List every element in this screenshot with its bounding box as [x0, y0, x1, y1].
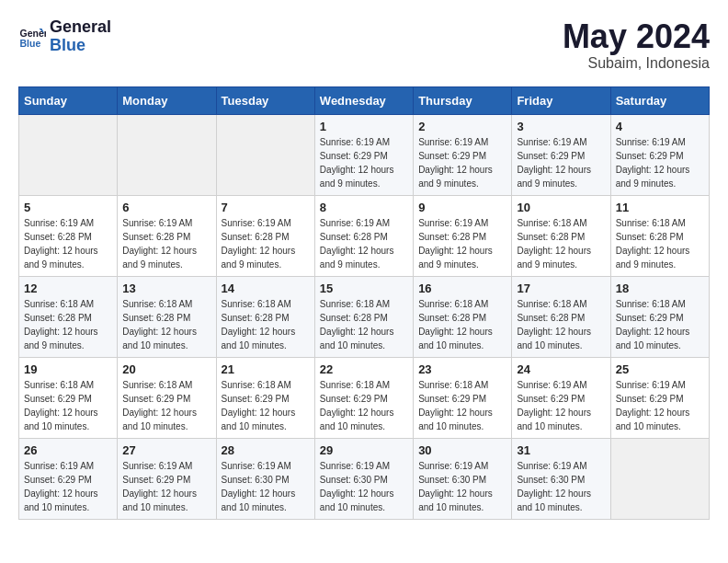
svg-text:Blue: Blue: [20, 37, 41, 48]
day-number: 23: [418, 362, 506, 376]
cell-info: Sunrise: 6:18 AMSunset: 6:28 PMDaylight:…: [320, 297, 408, 352]
day-number: 14: [222, 282, 310, 295]
calendar-day-header: Friday: [512, 86, 610, 114]
day-number: 9: [418, 201, 506, 214]
cell-info: Sunrise: 6:19 AMSunset: 6:29 PMDaylight:…: [616, 378, 704, 433]
day-number: 5: [24, 201, 112, 214]
calendar-cell: 12Sunrise: 6:18 AMSunset: 6:28 PMDayligh…: [19, 276, 118, 357]
cell-info: Sunrise: 6:18 AMSunset: 6:29 PMDaylight:…: [616, 297, 704, 352]
day-number: 19: [24, 362, 112, 376]
cell-info: Sunrise: 6:19 AMSunset: 6:30 PMDaylight:…: [418, 459, 506, 514]
calendar-cell: 1Sunrise: 6:19 AMSunset: 6:29 PMDaylight…: [314, 114, 413, 195]
calendar-header-row: SundayMondayTuesdayWednesdayThursdayFrid…: [19, 86, 710, 114]
cell-info: Sunrise: 6:19 AMSunset: 6:29 PMDaylight:…: [320, 135, 408, 190]
day-number: 10: [517, 201, 605, 214]
calendar-week-row: 1Sunrise: 6:19 AMSunset: 6:29 PMDaylight…: [19, 114, 710, 195]
calendar-cell: 21Sunrise: 6:18 AMSunset: 6:29 PMDayligh…: [216, 357, 314, 438]
cell-info: Sunrise: 6:18 AMSunset: 6:29 PMDaylight:…: [222, 378, 310, 433]
calendar-cell: 23Sunrise: 6:18 AMSunset: 6:29 PMDayligh…: [414, 357, 512, 438]
day-number: 31: [517, 443, 605, 457]
calendar-cell: 28Sunrise: 6:19 AMSunset: 6:30 PMDayligh…: [216, 438, 314, 519]
calendar-cell: 9Sunrise: 6:19 AMSunset: 6:28 PMDaylight…: [414, 195, 512, 276]
cell-info: Sunrise: 6:18 AMSunset: 6:28 PMDaylight:…: [517, 297, 605, 352]
day-number: 25: [616, 362, 704, 376]
calendar-cell: 7Sunrise: 6:19 AMSunset: 6:28 PMDaylight…: [216, 195, 314, 276]
calendar-cell: 22Sunrise: 6:18 AMSunset: 6:29 PMDayligh…: [314, 357, 413, 438]
day-number: 13: [122, 282, 210, 295]
cell-info: Sunrise: 6:18 AMSunset: 6:28 PMDaylight:…: [222, 297, 310, 352]
cell-info: Sunrise: 6:19 AMSunset: 6:30 PMDaylight:…: [222, 459, 310, 514]
cell-info: Sunrise: 6:19 AMSunset: 6:28 PMDaylight:…: [320, 216, 408, 271]
cell-info: Sunrise: 6:19 AMSunset: 6:29 PMDaylight:…: [517, 135, 605, 190]
day-number: 26: [24, 443, 112, 457]
day-number: 1: [320, 120, 408, 133]
cell-info: Sunrise: 6:19 AMSunset: 6:30 PMDaylight:…: [517, 459, 605, 514]
calendar-cell: 17Sunrise: 6:18 AMSunset: 6:28 PMDayligh…: [512, 276, 610, 357]
day-number: 4: [616, 120, 704, 133]
calendar-cell: 10Sunrise: 6:18 AMSunset: 6:28 PMDayligh…: [512, 195, 610, 276]
calendar-cell: 6Sunrise: 6:19 AMSunset: 6:28 PMDaylight…: [118, 195, 216, 276]
cell-info: Sunrise: 6:18 AMSunset: 6:29 PMDaylight:…: [122, 378, 210, 433]
calendar-day-header: Wednesday: [314, 86, 413, 114]
calendar-day-header: Thursday: [414, 86, 512, 114]
calendar-day-header: Sunday: [19, 86, 118, 114]
calendar-week-row: 12Sunrise: 6:18 AMSunset: 6:28 PMDayligh…: [19, 276, 710, 357]
calendar-cell: 20Sunrise: 6:18 AMSunset: 6:29 PMDayligh…: [118, 357, 216, 438]
calendar-cell: [216, 114, 314, 195]
cell-info: Sunrise: 6:18 AMSunset: 6:28 PMDaylight:…: [517, 216, 605, 271]
calendar-cell: 19Sunrise: 6:18 AMSunset: 6:29 PMDayligh…: [19, 357, 118, 438]
calendar-cell: 5Sunrise: 6:19 AMSunset: 6:28 PMDaylight…: [19, 195, 118, 276]
calendar-cell: 29Sunrise: 6:19 AMSunset: 6:30 PMDayligh…: [314, 438, 413, 519]
logo-icon: General Blue: [18, 23, 46, 51]
cell-info: Sunrise: 6:19 AMSunset: 6:28 PMDaylight:…: [418, 216, 506, 271]
day-number: 8: [320, 201, 408, 214]
calendar-cell: 14Sunrise: 6:18 AMSunset: 6:28 PMDayligh…: [216, 276, 314, 357]
month-title: May 2024: [563, 18, 710, 55]
calendar-cell: [118, 114, 216, 195]
day-number: 3: [517, 120, 605, 133]
calendar-cell: 15Sunrise: 6:18 AMSunset: 6:28 PMDayligh…: [314, 276, 413, 357]
calendar-day-header: Saturday: [610, 86, 709, 114]
cell-info: Sunrise: 6:19 AMSunset: 6:28 PMDaylight:…: [122, 216, 210, 271]
cell-info: Sunrise: 6:18 AMSunset: 6:28 PMDaylight:…: [24, 297, 112, 352]
calendar-cell: 8Sunrise: 6:19 AMSunset: 6:28 PMDaylight…: [314, 195, 413, 276]
day-number: 20: [122, 362, 210, 376]
cell-info: Sunrise: 6:18 AMSunset: 6:29 PMDaylight:…: [418, 378, 506, 433]
cell-info: Sunrise: 6:19 AMSunset: 6:28 PMDaylight:…: [222, 216, 310, 271]
day-number: 24: [517, 362, 605, 376]
day-number: 11: [616, 201, 704, 214]
page-header: General Blue General Blue May 2024 Subai…: [18, 18, 710, 72]
cell-info: Sunrise: 6:19 AMSunset: 6:29 PMDaylight:…: [418, 135, 506, 190]
calendar-cell: [19, 114, 118, 195]
cell-info: Sunrise: 6:19 AMSunset: 6:30 PMDaylight:…: [320, 459, 408, 514]
calendar-week-row: 19Sunrise: 6:18 AMSunset: 6:29 PMDayligh…: [19, 357, 710, 438]
calendar-cell: 2Sunrise: 6:19 AMSunset: 6:29 PMDaylight…: [414, 114, 512, 195]
day-number: 2: [418, 120, 506, 133]
location: Subaim, Indonesia: [563, 55, 710, 72]
day-number: 7: [222, 201, 310, 214]
cell-info: Sunrise: 6:19 AMSunset: 6:29 PMDaylight:…: [616, 135, 704, 190]
calendar-cell: [610, 438, 709, 519]
calendar-week-row: 5Sunrise: 6:19 AMSunset: 6:28 PMDaylight…: [19, 195, 710, 276]
calendar-day-header: Tuesday: [216, 86, 314, 114]
calendar-cell: 27Sunrise: 6:19 AMSunset: 6:29 PMDayligh…: [118, 438, 216, 519]
calendar-cell: 13Sunrise: 6:18 AMSunset: 6:28 PMDayligh…: [118, 276, 216, 357]
day-number: 17: [517, 282, 605, 295]
day-number: 28: [222, 443, 310, 457]
calendar-cell: 18Sunrise: 6:18 AMSunset: 6:29 PMDayligh…: [610, 276, 709, 357]
cell-info: Sunrise: 6:18 AMSunset: 6:29 PMDaylight:…: [24, 378, 112, 433]
day-number: 21: [222, 362, 310, 376]
day-number: 18: [616, 282, 704, 295]
calendar-cell: 11Sunrise: 6:18 AMSunset: 6:28 PMDayligh…: [610, 195, 709, 276]
day-number: 12: [24, 282, 112, 295]
cell-info: Sunrise: 6:18 AMSunset: 6:29 PMDaylight:…: [320, 378, 408, 433]
calendar-cell: 3Sunrise: 6:19 AMSunset: 6:29 PMDaylight…: [512, 114, 610, 195]
title-block: May 2024 Subaim, Indonesia: [563, 18, 710, 72]
calendar-cell: 26Sunrise: 6:19 AMSunset: 6:29 PMDayligh…: [19, 438, 118, 519]
cell-info: Sunrise: 6:18 AMSunset: 6:28 PMDaylight:…: [616, 216, 704, 271]
day-number: 27: [122, 443, 210, 457]
cell-info: Sunrise: 6:19 AMSunset: 6:28 PMDaylight:…: [24, 216, 112, 271]
day-number: 16: [418, 282, 506, 295]
cell-info: Sunrise: 6:18 AMSunset: 6:28 PMDaylight:…: [122, 297, 210, 352]
cell-info: Sunrise: 6:19 AMSunset: 6:29 PMDaylight:…: [24, 459, 112, 514]
